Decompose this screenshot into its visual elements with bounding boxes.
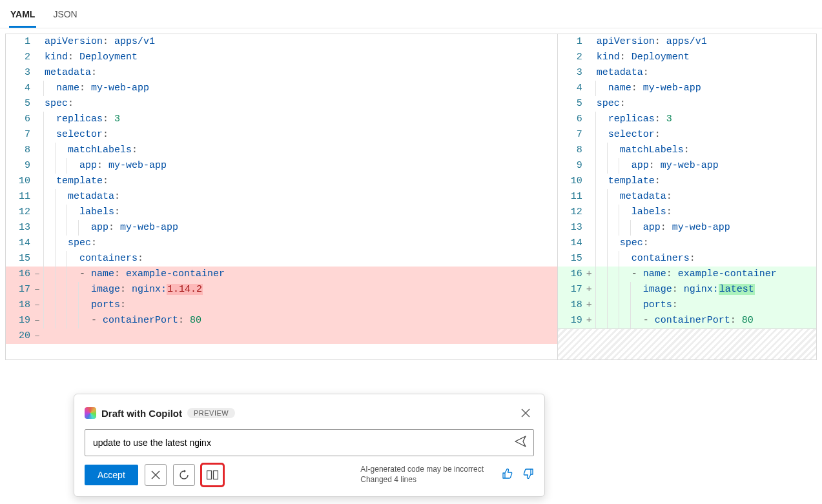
diff-marker	[586, 220, 595, 236]
code-content: template:	[55, 174, 557, 189]
code-line[interactable]: 9app: my-web-app	[6, 158, 557, 174]
line-number: 20	[6, 328, 34, 344]
code-line[interactable]: 4name: my-web-app	[558, 81, 816, 96]
diff-marker: –	[34, 313, 43, 328]
code-line[interactable]: 14spec:	[558, 236, 816, 251]
diff-marker	[586, 236, 595, 251]
code-line[interactable]: 17–image: nginx:1.14.2	[6, 282, 557, 297]
code-line[interactable]: 14spec:	[6, 236, 557, 251]
line-number: 12	[6, 205, 34, 220]
code-line[interactable]: 15containers:	[558, 251, 816, 267]
code-line[interactable]: 9app: my-web-app	[558, 158, 816, 174]
diff-marker	[34, 50, 43, 65]
line-number: 14	[6, 236, 34, 251]
code-line[interactable]: 17+image: nginx:latest	[558, 282, 816, 297]
line-number: 12	[558, 205, 586, 220]
code-content: metadata:	[43, 65, 557, 81]
code-content: app: my-web-app	[90, 220, 557, 236]
code-content: - name: example-container	[78, 267, 557, 282]
diff-marker: –	[34, 328, 43, 344]
code-line[interactable]: 2kind: Deployment	[6, 50, 557, 65]
line-number: 13	[6, 220, 34, 236]
close-button[interactable]	[517, 405, 534, 421]
diff-view: 1apiVersion: apps/v12kind: Deployment3me…	[0, 28, 822, 360]
code-line[interactable]: 12labels:	[6, 205, 557, 220]
code-line[interactable]: 1apiVersion: apps/v1	[558, 34, 816, 50]
code-line[interactable]: 7selector:	[558, 127, 816, 143]
code-line[interactable]: 3metadata:	[558, 65, 816, 81]
prompt-input[interactable]	[92, 437, 514, 449]
code-content: metadata:	[67, 189, 557, 205]
code-line[interactable]: 19+- containerPort: 80	[558, 313, 816, 328]
code-line[interactable]: 6replicas: 3	[6, 112, 557, 127]
code-line[interactable]: 5spec:	[558, 96, 816, 112]
code-line[interactable]: 19–- containerPort: 80	[6, 313, 557, 328]
line-number: 19	[6, 313, 34, 328]
diff-marker	[586, 112, 595, 127]
code-line[interactable]: 3metadata:	[6, 65, 557, 81]
diff-pane-original[interactable]: 1apiVersion: apps/v12kind: Deployment3me…	[5, 34, 557, 360]
diff-marker	[586, 174, 595, 189]
discard-button[interactable]	[145, 464, 167, 486]
code-line[interactable]: 7selector:	[6, 127, 557, 143]
diff-marker: –	[34, 267, 43, 282]
line-number: 11	[558, 189, 586, 205]
line-number: 3	[6, 65, 34, 81]
code-line[interactable]: 8matchLabels:	[558, 143, 816, 158]
code-line[interactable]: 18–ports:	[6, 297, 557, 313]
line-number: 6	[558, 112, 586, 127]
send-button[interactable]	[514, 435, 527, 450]
tab-yaml[interactable]: YAML	[9, 5, 36, 28]
code-line[interactable]: 16+- name: example-container	[558, 267, 816, 282]
diff-marker	[34, 81, 43, 96]
code-line[interactable]: 1apiVersion: apps/v1	[6, 34, 557, 50]
refresh-icon	[179, 470, 189, 480]
code-content: selector:	[607, 127, 816, 143]
accept-button[interactable]: Accept	[85, 465, 138, 485]
toggle-diff-view-button[interactable]	[201, 464, 223, 486]
code-line[interactable]: 16–- name: example-container	[6, 267, 557, 282]
diff-marker	[34, 96, 43, 112]
copilot-status: AI-generated code may be incorrect Chang…	[360, 465, 484, 485]
line-number: 16	[558, 267, 586, 282]
diff-pane-modified[interactable]: 1apiVersion: apps/v12kind: Deployment3me…	[557, 34, 817, 360]
close-icon	[521, 408, 530, 418]
code-line[interactable]: 6replicas: 3	[558, 112, 816, 127]
code-line[interactable]: 13app: my-web-app	[558, 220, 816, 236]
code-line[interactable]: 10template:	[6, 174, 557, 189]
code-line[interactable]: 10template:	[558, 174, 816, 189]
line-number: 15	[558, 251, 586, 267]
code-content: containers:	[78, 251, 557, 267]
diff-marker: +	[586, 313, 595, 328]
code-line[interactable]: 20–	[6, 328, 557, 344]
code-line[interactable]: 11metadata:	[558, 189, 816, 205]
code-line[interactable]: 8matchLabels:	[6, 143, 557, 158]
code-content: labels:	[78, 205, 557, 220]
code-line[interactable]: 12labels:	[558, 205, 816, 220]
diff-marker: +	[586, 297, 595, 313]
tab-json[interactable]: JSON	[52, 5, 78, 28]
line-number: 17	[558, 282, 586, 297]
code-line[interactable]: 15containers:	[6, 251, 557, 267]
code-content: kind: Deployment	[595, 50, 816, 65]
code-content: matchLabels:	[67, 143, 557, 158]
line-number: 5	[558, 96, 586, 112]
line-number: 13	[558, 220, 586, 236]
code-content: name: my-web-app	[55, 81, 557, 96]
prompt-input-row	[85, 429, 534, 456]
line-number: 7	[558, 127, 586, 143]
code-content: apiVersion: apps/v1	[595, 34, 816, 50]
thumbs-down-button[interactable]	[522, 468, 534, 482]
code-line[interactable]: 13app: my-web-app	[6, 220, 557, 236]
preview-badge: PREVIEW	[187, 408, 235, 418]
code-line[interactable]: 4name: my-web-app	[6, 81, 557, 96]
code-line[interactable]: 5spec:	[6, 96, 557, 112]
regenerate-button[interactable]	[173, 464, 195, 486]
diff-marker: –	[34, 297, 43, 313]
code-line[interactable]: 11metadata:	[6, 189, 557, 205]
diff-marker: +	[586, 282, 595, 297]
code-line[interactable]: 2kind: Deployment	[558, 50, 816, 65]
code-line[interactable]: 18+ports:	[558, 297, 816, 313]
thumbs-up-button[interactable]	[502, 468, 513, 482]
diff-marker	[34, 34, 43, 50]
